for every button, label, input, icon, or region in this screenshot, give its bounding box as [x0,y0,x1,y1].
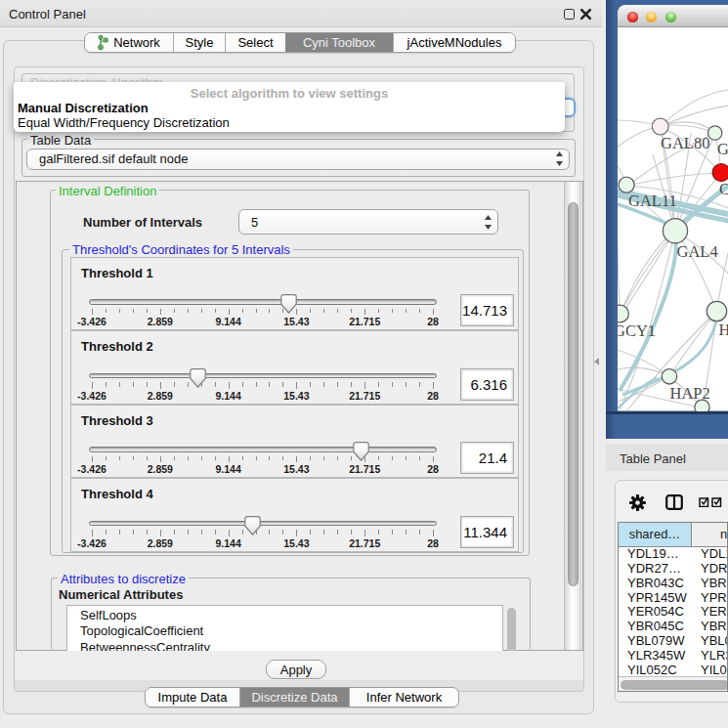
svg-text:HI: HI [718,321,728,339]
svg-text:GAL80: GAL80 [661,134,709,152]
svg-text:GCY1: GCY1 [618,321,656,340]
svg-text:GAL11: GAL11 [628,192,677,210]
svg-text:HAP2: HAP2 [669,384,709,403]
svg-text:GA: GA [717,140,728,158]
svg-text:GAL4: GAL4 [676,242,717,261]
svg-text:CD: CD [719,180,728,198]
